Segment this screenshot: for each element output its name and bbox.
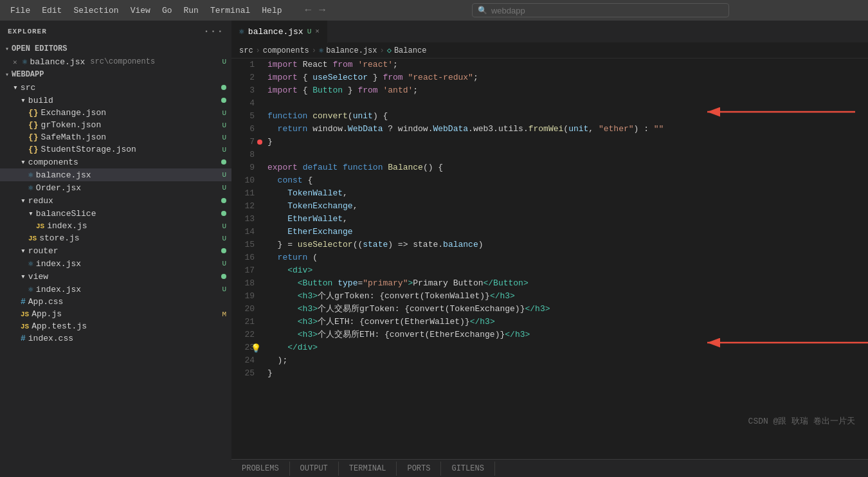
line-number: 12 [231, 200, 262, 213]
title-bar: File Edit Selection View Go Run Terminal… [0, 0, 868, 21]
code-line-25: 25 } [231, 367, 868, 380]
sidebar-item-order-jsx[interactable]: ⚛ Order.jsx U [0, 181, 231, 194]
sidebar-item-store-js[interactable]: JS store.js U [0, 232, 231, 244]
sidebar-item-redux[interactable]: ▾ redux [0, 194, 231, 207]
line-content: return window.WebData ? window.WebData.w… [262, 123, 664, 136]
sidebar-item-view[interactable]: ▾ view [0, 270, 231, 283]
code-line-5: 5 function convert(unit) { [231, 110, 868, 123]
css-icon: # [21, 297, 26, 307]
sidebar-item-view-index[interactable]: ⚛ index.jsx U [0, 283, 231, 296]
breadcrumb-component-icon: ◇ [387, 46, 392, 55]
chevron-down-icon: ▾ [21, 95, 26, 105]
code-line-17: 17 <div> [231, 264, 868, 277]
unsaved-badge: U [222, 171, 226, 179]
line-content: } [262, 367, 273, 380]
nav-forward-button[interactable]: → [316, 3, 328, 17]
sidebar-item-index-css[interactable]: # index.css [0, 332, 231, 345]
sidebar-item-safemath-json[interactable]: {} SafeMath.json U [0, 131, 231, 143]
panel-tab-terminal[interactable]: TERMINAL [339, 462, 397, 476]
json-icon: {} [28, 145, 39, 154]
sidebar-item-src[interactable]: ▾ src [0, 81, 231, 94]
watermark: CSDN @跟 耿瑞 卷出一片天 [748, 415, 855, 427]
line-content: <div> [262, 264, 312, 277]
tab-bar: ⚛ balance.jsx U × [231, 21, 868, 43]
unsaved-badge: U [222, 260, 226, 267]
sidebar-item-app-test-js[interactable]: JS App.test.js [0, 320, 231, 332]
line-number: 9 [231, 161, 262, 174]
sidebar-item-exchange-json[interactable]: {} Exchange.json U [0, 107, 231, 119]
sidebar-item-balanceslice-index[interactable]: JS index.js U [0, 220, 231, 232]
file-label: StudentStorage.json [41, 145, 136, 154]
nav-arrows: ← → [303, 3, 328, 17]
search-input[interactable] [491, 6, 723, 15]
modified-dot [221, 248, 226, 253]
open-editors-section[interactable]: ▾ OPEN EDITORS [0, 42, 231, 55]
unsaved-badge: U [222, 184, 226, 192]
panel-tab-output[interactable]: OUTPUT [290, 462, 339, 476]
code-editor[interactable]: 1 import React from 'react'; 2 import { … [231, 59, 868, 459]
sidebar-menu-button[interactable]: ··· [203, 26, 224, 37]
sidebar-item-components[interactable]: ▾ components [0, 156, 231, 168]
chevron-down-icon: ▾ [28, 208, 33, 219]
sidebar-item-balanceslice[interactable]: ▾ balanceSlice [0, 207, 231, 220]
sidebar-item-grtoken-json[interactable]: {} grToken.json U [0, 119, 231, 131]
sidebar-item-balance-jsx[interactable]: ⚛ balance.jsx U [0, 168, 231, 181]
menu-help[interactable]: Help [257, 3, 287, 18]
line-number: 5 [231, 110, 262, 123]
menu-go[interactable]: Go [157, 3, 177, 18]
sidebar-item-app-css[interactable]: # App.css [0, 296, 231, 308]
panel-tab-gitlens[interactable]: GITLENS [441, 462, 494, 476]
line-content: export default function Balance() { [262, 161, 443, 174]
tab-close-button[interactable]: × [315, 28, 320, 35]
close-icon[interactable]: ✕ [13, 58, 17, 66]
panel-tab-ports[interactable]: PORTS [397, 462, 441, 476]
panel-tab-problems[interactable]: PROBLEMS [231, 462, 290, 476]
sidebar-item-app-js[interactable]: JS App.js M [0, 308, 231, 320]
modified-dot [221, 274, 226, 279]
line-number: 10 [231, 174, 262, 187]
file-label: store.js [39, 233, 79, 243]
webdapp-section[interactable]: ▾ WEBDAPP [0, 68, 231, 81]
tab-balance-jsx[interactable]: ⚛ balance.jsx U × [231, 21, 328, 43]
explorer-title: EXPLORER [8, 28, 47, 35]
menu-terminal[interactable]: Terminal [205, 3, 255, 18]
line-content: return ( [262, 251, 318, 264]
sidebar-item-router-index[interactable]: ⚛ index.jsx U [0, 257, 231, 270]
line-content: const { [262, 174, 312, 187]
js-icon: JS [21, 310, 29, 318]
unsaved-badge: U [222, 134, 226, 141]
sidebar-item-studentstorage-json[interactable]: {} StudentStorage.json U [0, 143, 231, 156]
panel-tabs: PROBLEMS OUTPUT TERMINAL PORTS GITLENS [231, 459, 868, 477]
sidebar-item-build[interactable]: ▾ build [0, 94, 231, 107]
menu-file[interactable]: File [5, 3, 35, 18]
line-number: 25 [231, 367, 262, 380]
open-file-name: balance.jsx [30, 57, 85, 67]
js-icon: JS [21, 323, 29, 330]
menu-selection[interactable]: Selection [68, 3, 123, 18]
code-line-19: 19 <h3>个人grToken: {convert(TokenWallet)}… [231, 290, 868, 303]
line-content: TokenWallet, [262, 187, 348, 200]
menu-bar: File Edit Selection View Go Run Terminal… [5, 3, 287, 18]
global-search-bar[interactable]: 🔍 [472, 3, 729, 17]
menu-run[interactable]: Run [178, 3, 203, 18]
app-root: File Edit Selection View Go Run Terminal… [0, 0, 868, 477]
breadcrumb-components: components [263, 46, 309, 55]
breadcrumb-jsx-icon: ⚛ [319, 46, 323, 55]
nav-back-button[interactable]: ← [303, 3, 314, 17]
line-content: <Button type="primary">Primary Button</B… [262, 277, 529, 290]
line-content: ); [262, 354, 287, 367]
menu-edit[interactable]: Edit [37, 3, 67, 18]
sidebar-item-router[interactable]: ▾ router [0, 244, 231, 257]
menu-view[interactable]: View [125, 3, 156, 18]
line-content: TokenExchange, [262, 200, 357, 213]
code-line-18: 18 <Button type="primary">Primary Button… [231, 277, 868, 290]
open-file-balance-jsx[interactable]: ✕ ⚛ balance.jsx src\components U [0, 55, 231, 68]
line-number: 13 [231, 213, 262, 226]
line-content: function convert(unit) { [262, 110, 388, 123]
file-label: index.css [28, 334, 73, 343]
chevron-down-icon: ▾ [21, 271, 26, 282]
webdapp-label: WEBDAPP [12, 70, 44, 79]
folder-label: redux [28, 196, 53, 206]
breadcrumb-component: Balance [394, 46, 426, 55]
unsaved-badge: U [222, 109, 226, 117]
